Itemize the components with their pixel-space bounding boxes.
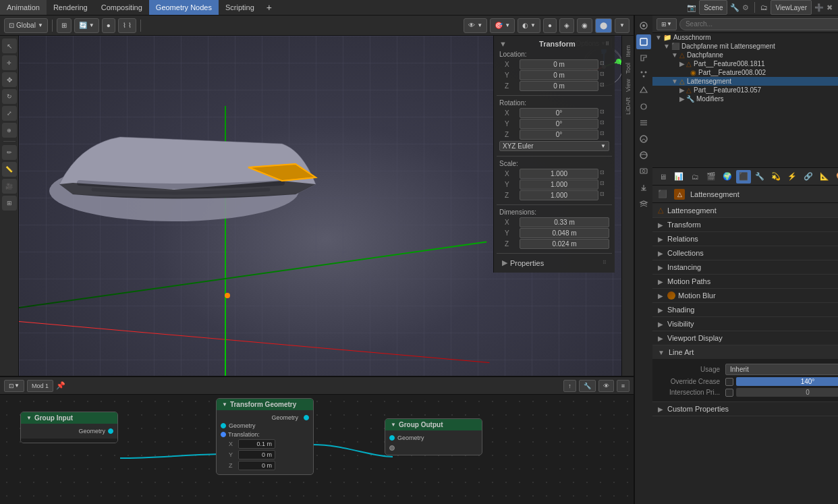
outliner-item-part2[interactable]: ◉ Part__Feature008.002	[652, 68, 838, 77]
tool-scale[interactable]: ⤢	[2, 106, 17, 121]
prop-section-custom-row[interactable]: ▶ Custom Properties ⠿	[652, 402, 838, 416]
node-mod-label[interactable]: Mod 1	[27, 380, 53, 392]
node-back-btn[interactable]: ↑	[563, 380, 576, 392]
outliner-mode-btn[interactable]: ⊞ ▼	[657, 18, 677, 30]
loc-z-input[interactable]: 0 m	[520, 81, 598, 91]
scale-z-input[interactable]: 1.000	[520, 190, 598, 200]
prop-section-shading-row[interactable]: ▶ Shading ⠿	[652, 303, 838, 316]
shading-wire-btn[interactable]: ◈	[559, 18, 574, 33]
menu-rendering[interactable]: Rendering	[47, 0, 94, 15]
shading-material-btn[interactable]: ◉	[577, 18, 592, 33]
prop-section-viewport-display-row[interactable]: ▶ Viewport Display ⠿	[652, 331, 838, 345]
loc-y-input[interactable]: 0 m	[520, 70, 598, 80]
menu-animation[interactable]: Animation	[0, 0, 47, 15]
scale-z-copy-icon[interactable]: ⊡	[600, 191, 609, 200]
prop-section-collections-row[interactable]: ▶ Collections ⠿	[652, 246, 838, 260]
prop-tab-scene[interactable]: 🎬	[704, 170, 719, 184]
group-output-geometry-socket[interactable]	[389, 435, 395, 441]
outliner-expand-icon[interactable]: ▼	[655, 34, 662, 41]
viewlayer-remove-icon[interactable]: ✖	[827, 3, 833, 12]
viewport-gizmo-btn[interactable]: 🎯 ▼	[490, 18, 515, 33]
crease-checkbox[interactable]	[725, 378, 733, 386]
prop-icon-particles[interactable]	[636, 67, 651, 82]
tg-geometry-out-socket[interactable]	[304, 415, 309, 420]
tg-translation-socket[interactable]	[221, 432, 226, 437]
prop-section-transform-row[interactable]: ▶ Transform ⠿	[652, 218, 838, 231]
prop-icon-scene[interactable]	[636, 18, 651, 33]
prop-section-motion-paths-row[interactable]: ▶ Motion Paths ⠿	[652, 275, 838, 288]
viewlayer-selector[interactable]: ViewLayer	[771, 0, 812, 15]
outliner-item-dachpfanne-latte[interactable]: ▼ ⬛ Dachpfanne mit Lattensegment 👁 📷	[652, 42, 838, 51]
viewport-3d[interactable]: Z X Y Options ▼ ▼ Transform ⠿	[19, 36, 634, 376]
group-input-geometry-socket[interactable]	[108, 428, 113, 434]
vtab-item[interactable]: Item	[624, 43, 632, 60]
outliner-item-ausschnorm[interactable]: ▼ 📁 Ausschnorm 6 👁 ⊙	[652, 33, 838, 42]
group-input-node[interactable]: ▼ Group Input Geometry	[20, 412, 118, 443]
prop-tab-world[interactable]: 🌍	[720, 170, 735, 184]
outliner-expand-icon-7[interactable]: ▶	[679, 95, 685, 103]
tg-y-input[interactable]: 0 m	[238, 450, 275, 459]
group-output-node[interactable]: ▼ Group Output Geometry	[385, 418, 482, 455]
outliner-expand-icon-3[interactable]: ▼	[671, 51, 678, 59]
tool-cursor[interactable]: ✛	[2, 55, 17, 70]
prop-icon-object[interactable]	[636, 34, 651, 49]
loc-y-copy-icon[interactable]: ⊡	[600, 71, 609, 80]
scale-x-copy-icon[interactable]: ⊡	[600, 169, 609, 179]
node-mode-btn[interactable]: ⊡ ▼	[4, 380, 24, 392]
tool-measure[interactable]: 📏	[2, 162, 17, 177]
tool-transform[interactable]: ⊕	[2, 123, 17, 138]
prop-icon-render[interactable]	[636, 164, 651, 179]
prop-tab-object[interactable]: ⬛	[736, 170, 751, 184]
prop-icon-world[interactable]	[636, 148, 651, 163]
prop-section-instancing-row[interactable]: ▶ Instancing ⠿	[652, 260, 838, 274]
tg-x-input[interactable]: 0.1 m	[238, 439, 275, 449]
prop-icon-modifier[interactable]	[636, 51, 651, 65]
proportional-btn[interactable]: ●	[102, 18, 115, 33]
tool-annotate[interactable]: ✏	[2, 145, 17, 160]
prop-tab-data-props[interactable]: 📐	[817, 170, 832, 184]
dim-y-input[interactable]: 0.048 m	[520, 228, 609, 238]
menu-scripting[interactable]: Scripting	[219, 0, 261, 15]
rot-x-copy-icon[interactable]: ⊡	[600, 109, 609, 118]
prop-tab-render[interactable]: 🖥	[655, 170, 670, 184]
tg-z-input[interactable]: 0 m	[238, 461, 275, 470]
menu-compositing[interactable]: Compositing	[94, 0, 149, 15]
prop-icon-data[interactable]	[636, 115, 651, 130]
rotation-type-selector[interactable]: XYZ Euler ▼	[499, 141, 609, 151]
prop-tab-particles-props[interactable]: 💫	[769, 170, 783, 184]
shading-render-btn[interactable]: ⬤	[595, 18, 612, 33]
node-overlay-btn[interactable]: 👁	[598, 380, 614, 392]
prop-icon-view-layer[interactable]	[636, 196, 651, 211]
outliner-item-part3[interactable]: ▶ △ Part__Feature013.057 👁	[652, 86, 838, 94]
viewport-overlay-btn[interactable]: 👁 ▼	[464, 18, 487, 33]
prop-tab-constraints-props[interactable]: 🔗	[801, 170, 816, 184]
prop-icon-output[interactable]	[636, 180, 651, 195]
tg-geometry-in-socket[interactable]	[221, 423, 226, 428]
mode-selector[interactable]: ⊡ Global ▼	[4, 18, 48, 33]
crease-value[interactable]: 140°	[736, 377, 838, 386]
scene-options-icon[interactable]: ⚙	[742, 3, 749, 12]
outliner-expand-icon-2[interactable]: ▼	[663, 43, 670, 50]
prop-section-relations-row[interactable]: ▶ Relations ⠿	[652, 232, 838, 246]
scale-y-copy-icon[interactable]: ⊡	[600, 180, 609, 190]
dim-z-input[interactable]: 0.024 m	[520, 239, 609, 249]
rot-y-copy-icon[interactable]: ⊡	[600, 119, 609, 129]
prop-icon-material[interactable]	[636, 132, 651, 146]
viewlayer-add-icon[interactable]: ➕	[814, 3, 824, 12]
scale-y-input[interactable]: 1.000	[520, 179, 598, 190]
prop-tab-output[interactable]: 📊	[671, 170, 686, 184]
prop-tab-view-layer[interactable]: 🗂	[688, 170, 702, 184]
prop-tab-modifier-props[interactable]: 🔧	[752, 170, 767, 184]
rot-z-input[interactable]: 0°	[520, 130, 598, 140]
node-snap-btn[interactable]: 🔧	[579, 380, 596, 392]
shading-extra-btn[interactable]: ▼	[615, 18, 630, 33]
properties-row[interactable]: ▶ Properties ⠿	[497, 256, 612, 270]
node-canvas[interactable]: ▼ Group Input Geometry ▼ T	[0, 395, 634, 504]
tool-select[interactable]: ↖	[2, 38, 17, 53]
menu-geometry-nodes[interactable]: Geometry Nodes	[149, 0, 219, 15]
prop-section-visibility-row[interactable]: ▶ Visibility ⠿	[652, 317, 838, 331]
vtab-lidar[interactable]: LiDAR	[624, 94, 632, 117]
tool-rotate[interactable]: ↻	[2, 89, 17, 104]
outliner-expand-icon-5[interactable]: ▼	[671, 78, 678, 85]
prop-tab-physics-props[interactable]: ⚡	[785, 170, 800, 184]
